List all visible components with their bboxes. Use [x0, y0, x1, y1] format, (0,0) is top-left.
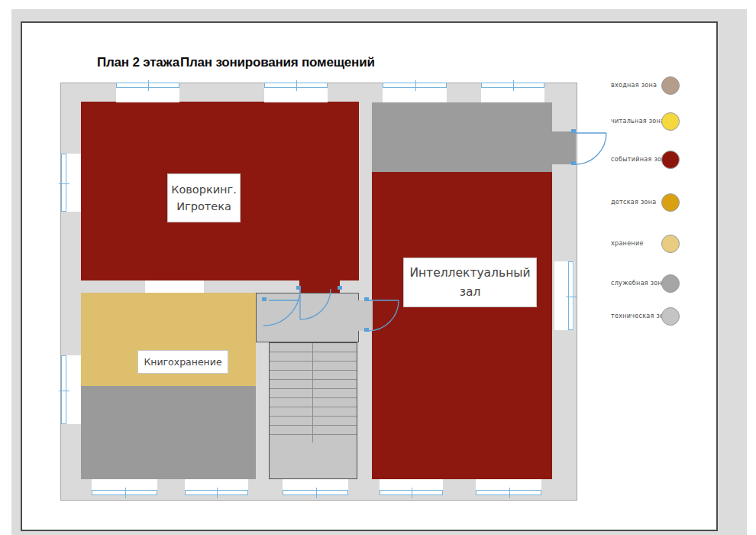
- zone-service-bottom: [81, 386, 256, 479]
- window-tick: [513, 80, 514, 91]
- zone-intellectual-hall: [372, 172, 552, 479]
- window-tick: [59, 183, 69, 184]
- legend-label: служебная зона: [611, 280, 666, 287]
- window-frame: [283, 490, 348, 495]
- room-label-storage: Книгохранение: [137, 350, 228, 374]
- room-label-coworking: Коворкинг. Игротека: [167, 173, 241, 222]
- window-tick: [125, 488, 126, 498]
- stairwell: [269, 342, 357, 479]
- window-tick: [412, 488, 412, 498]
- window-frame: [568, 261, 573, 330]
- window-tick: [59, 391, 69, 391]
- window-frame: [476, 490, 541, 495]
- plan-title: План 2 этажа: [97, 55, 179, 70]
- window-frame: [383, 83, 447, 88]
- exterior-door-vestibule: [552, 131, 576, 164]
- legend-swatch: [661, 112, 680, 131]
- legend-swatch: [661, 235, 680, 253]
- zone-service-top: [372, 102, 552, 172]
- legend-swatch: [661, 274, 680, 293]
- legend-label: входная зона: [611, 82, 657, 89]
- window-frame: [380, 490, 443, 495]
- window-frame: [116, 83, 179, 88]
- window-frame: [185, 490, 248, 495]
- window-tick: [148, 80, 149, 91]
- window-frame: [61, 355, 66, 424]
- legend-swatch: [661, 307, 680, 326]
- window-tick: [566, 297, 577, 297]
- window-frame: [481, 83, 544, 88]
- window-tick: [296, 80, 297, 91]
- zoning-plan-title: План зонирования помещений: [180, 55, 375, 70]
- window-frame: [264, 83, 328, 88]
- legend-swatch: [661, 151, 680, 169]
- window-frame: [92, 490, 157, 495]
- screenshot-root: { "titles": { "left": "План 2 этажа", "r…: [0, 0, 756, 535]
- window-tick: [316, 488, 317, 498]
- room-label-hall: Интеллектуальный зал: [403, 258, 537, 307]
- legend-label: читальная зона: [611, 118, 664, 125]
- legend-label: детская зона: [611, 199, 656, 206]
- wall-opening: [145, 280, 204, 293]
- stair-divider: [312, 343, 313, 443]
- stair-steps: [270, 343, 357, 443]
- corridor: [256, 293, 359, 342]
- legend-swatch: [661, 76, 680, 95]
- window-frame: [61, 154, 66, 212]
- legend-swatch: [661, 193, 680, 212]
- corridor-door-opening: [358, 300, 373, 331]
- window-tick: [217, 488, 218, 498]
- legend-label: хранение: [611, 240, 644, 247]
- coworking-door-opening: [299, 277, 340, 293]
- window-tick: [509, 488, 510, 498]
- window-tick: [415, 80, 416, 91]
